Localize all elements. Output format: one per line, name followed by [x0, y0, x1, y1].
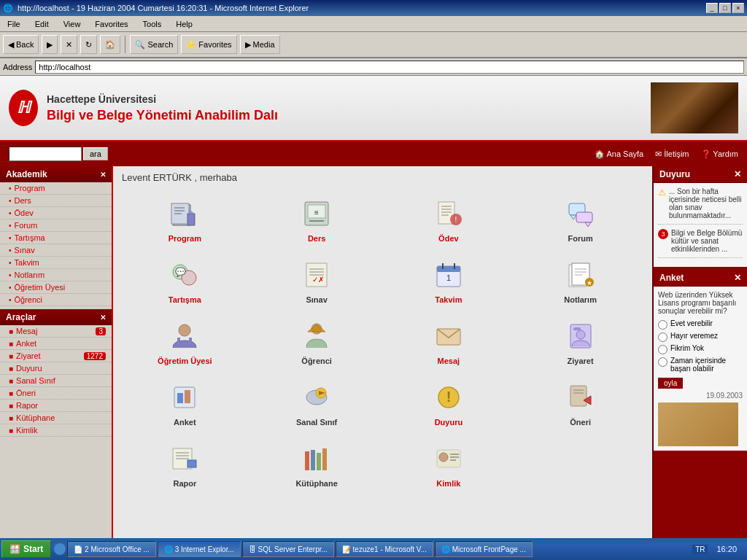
icon-sinav[interactable]: ✓✗ Sınav	[254, 253, 380, 308]
favorites-icon: ⭐	[186, 40, 196, 50]
akademik-close-icon[interactable]: ✕	[100, 171, 106, 179]
taskbar-item-vs[interactable]: 📝 tezuze1 - Microsoft V...	[336, 541, 433, 557]
address-label: Address	[3, 63, 32, 71]
ogrenci-label: Öğrenci	[301, 357, 332, 365]
anket-radio-2[interactable]	[658, 332, 667, 342]
anket-radio-1[interactable]	[658, 320, 667, 330]
stop-button[interactable]: ✕	[61, 35, 77, 54]
sidebar-item-takvim[interactable]: •Takvim	[0, 257, 112, 269]
menu-view[interactable]: View	[59, 18, 85, 30]
sidebar-item-tartisma[interactable]: •Tartışma	[0, 232, 112, 244]
back-button[interactable]: ◀ Back	[3, 35, 39, 54]
rapor-label: Rapor	[173, 479, 196, 488]
nav-yardim[interactable]: ❓ Yardım	[701, 149, 739, 159]
icon-anket[interactable]: Anket	[122, 376, 248, 431]
anket-vote-button[interactable]: oyla	[658, 378, 683, 389]
duyuru-close-icon[interactable]: ✕	[734, 169, 741, 179]
sidebar-item-ogretim[interactable]: •Öğretim Üyesi	[0, 281, 112, 294]
taskbar-item-fp[interactable]: 🌐 Microsoft FrontPage ...	[435, 541, 533, 557]
icon-forum[interactable]: Forum	[517, 192, 643, 247]
anket-option-3: Fikrim Yok	[658, 344, 743, 354]
sidebar-item-rapor[interactable]: ■Rapor	[0, 400, 112, 412]
icon-ogretim[interactable]: Öğretim Üyesi	[122, 314, 248, 370]
icon-takvim[interactable]: 1 Takvim	[386, 253, 512, 308]
nav-anasayfa[interactable]: 🏠 Ana Sayfa	[595, 149, 643, 159]
svg-rect-69	[305, 451, 309, 470]
icon-notlarim[interactable]: ★ Notlarım	[517, 253, 643, 308]
anket-radio-4[interactable]	[658, 357, 667, 367]
sidebar-item-notlarim[interactable]: •Notlarım	[0, 269, 112, 281]
taskbar-item-office[interactable]: 📄 2 Microsoft Office ...	[67, 541, 156, 557]
icon-kimlik[interactable]: Kimlik	[386, 437, 512, 492]
icon-kutuphane[interactable]: Kütüphane	[254, 437, 380, 492]
sidebar-item-sinav[interactable]: •Sınav	[0, 244, 112, 257]
taskbar-item-sql[interactable]: 🗄 SQL Server Enterpr...	[242, 541, 334, 557]
icon-ders[interactable]: ≡ Ders	[254, 192, 380, 247]
duyuru-content: ⚠ ... Son bir hafta içerisinde neticesi …	[654, 183, 747, 267]
search-toolbar-button[interactable]: 🔍 Search	[130, 35, 178, 54]
icon-oneri[interactable]: Öneri	[517, 376, 643, 431]
search-input[interactable]	[9, 147, 82, 161]
menu-file[interactable]: File	[3, 18, 25, 30]
address-input[interactable]	[35, 61, 744, 74]
nav-links: 🏠 Ana Sayfa ✉ İletişim ❓ Yardım	[595, 149, 738, 159]
favorites-toolbar-button[interactable]: ⭐ Favorites	[181, 35, 236, 54]
maximize-button[interactable]: □	[719, 3, 731, 13]
icon-ogrenci[interactable]: Öğrenci	[254, 314, 380, 370]
anket-close-icon[interactable]: ✕	[734, 273, 741, 283]
media-toolbar-button[interactable]: ▶ Media	[240, 35, 280, 54]
icon-program[interactable]: Program	[122, 192, 248, 247]
forward-button[interactable]: ▶	[42, 35, 58, 54]
sidebar-akademik-header: Akademik ✕	[0, 166, 112, 182]
svg-rect-44	[177, 338, 180, 345]
menu-favorites[interactable]: Favorites	[90, 18, 132, 30]
sidebar-item-odev[interactable]: •Ödev	[0, 207, 112, 219]
kutuphane-icon-box	[299, 441, 334, 476]
sanal-icon-box	[299, 380, 334, 415]
sidebar-item-kutuphane[interactable]: ■Kütüphane	[0, 412, 112, 424]
icon-sanal[interactable]: Sanal Sınıf	[254, 376, 380, 431]
titlebar-title: http://localhost - 19 Haziran 2004 Cumar…	[18, 4, 309, 12]
sidebar-item-ziyaret[interactable]: ■Ziyaret1272	[0, 350, 112, 362]
sidebar-item-program[interactable]: •Program	[0, 182, 112, 195]
notlarim-label: Notlarım	[564, 295, 597, 304]
icon-duyuru[interactable]: ! Duyuru	[386, 376, 512, 431]
anket-radio-3[interactable]	[658, 345, 667, 354]
icon-mesaj[interactable]: Mesaj	[386, 314, 512, 370]
sidebar-item-sanal[interactable]: ■Sanal Sınıf	[0, 375, 112, 387]
anket-image	[658, 402, 738, 446]
svg-text:!: !	[446, 389, 452, 405]
ie-quick-icon[interactable]	[54, 543, 66, 555]
svg-rect-53	[177, 393, 183, 403]
menu-edit[interactable]: Edit	[31, 18, 53, 30]
anket-option-label-2: Hayır veremez	[670, 332, 718, 340]
icon-ziyaret[interactable]: Ziyaret	[517, 314, 643, 370]
icon-rapor[interactable]: Rapor	[122, 437, 248, 492]
sidebar-item-duyuru[interactable]: ■Duyuru	[0, 362, 112, 375]
sidebar-item-forum[interactable]: •Forum	[0, 219, 112, 232]
menu-tools[interactable]: Tools	[139, 18, 166, 30]
icon-tartisma[interactable]: 💬 Tartışma	[122, 253, 248, 308]
icon-odev[interactable]: ! Ödev	[386, 192, 512, 247]
nav-iletisim[interactable]: ✉ İletişim	[655, 149, 689, 159]
start-button[interactable]: 🪟 Start	[1, 540, 51, 558]
refresh-button[interactable]: ↻	[80, 35, 97, 54]
sidebar-item-anket[interactable]: ■Anket	[0, 338, 112, 350]
araclar-close-icon[interactable]: ✕	[100, 314, 106, 322]
sidebar-item-ogrenci[interactable]: •Öğrenci	[0, 294, 112, 306]
taskbar-item-ie[interactable]: 🌐 3 Internet Explor...	[158, 541, 241, 557]
ogrenci-icon-box	[299, 319, 334, 354]
sidebar-item-kimlik[interactable]: ■Kimlik	[0, 424, 112, 437]
menu-help[interactable]: Help	[171, 18, 197, 30]
minimize-button[interactable]: _	[706, 3, 718, 13]
sidebar-item-oneri[interactable]: ■Öneri	[0, 387, 112, 400]
sidebar-item-ders[interactable]: •Ders	[0, 195, 112, 207]
close-button[interactable]: ×	[732, 3, 744, 13]
taskbar-items: 📄 2 Microsoft Office ... 🌐 3 Internet Ex…	[67, 541, 689, 557]
anket-question: Web üzerinden Yüksek Lisans programı baş…	[658, 291, 743, 315]
sidebar-item-mesaj[interactable]: ■Mesaj3	[0, 325, 112, 338]
home-button[interactable]: 🏠	[100, 35, 120, 54]
search-button[interactable]: ara	[83, 147, 108, 160]
anket-option-1: Evet verebilir	[658, 319, 743, 330]
anket-option-label-3: Fikrim Yok	[670, 344, 704, 352]
